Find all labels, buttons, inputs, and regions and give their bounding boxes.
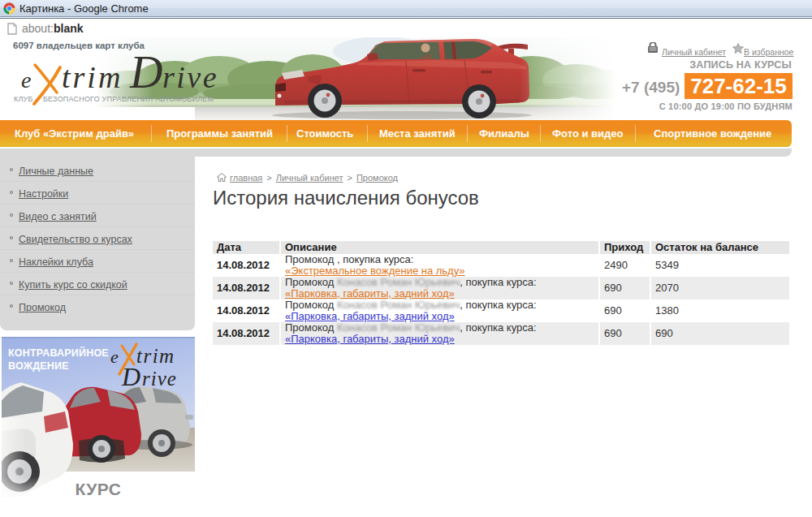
svg-text:rive: rive: [142, 368, 177, 390]
svg-text:D: D: [129, 52, 162, 97]
svg-text:rive: rive: [162, 60, 218, 94]
svg-text:e: e: [110, 347, 119, 367]
svg-text:e: e: [21, 67, 31, 93]
svg-text:trim: trim: [62, 60, 123, 94]
svg-text:trim: trim: [136, 345, 175, 367]
